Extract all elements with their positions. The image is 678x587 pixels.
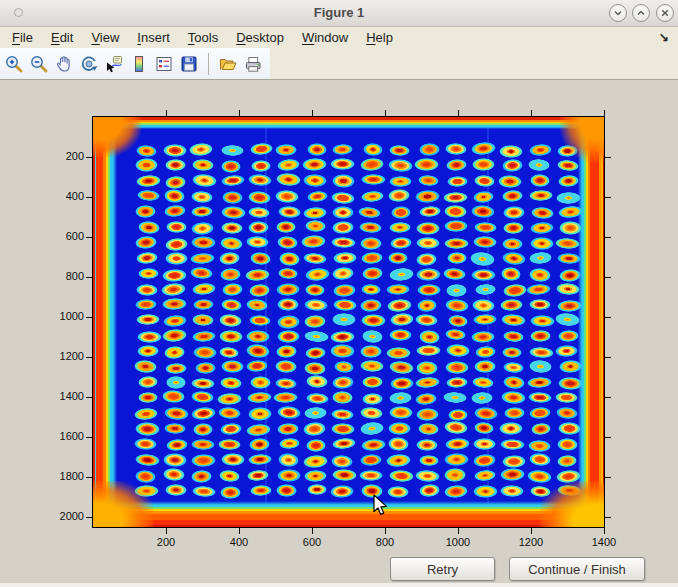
microarray-spot bbox=[388, 252, 408, 264]
menu-view[interactable]: View bbox=[82, 28, 128, 48]
close-icon bbox=[660, 8, 670, 18]
microarray-spot bbox=[221, 174, 246, 187]
microarray-spot bbox=[416, 408, 439, 421]
microarray-spot bbox=[446, 284, 467, 297]
microarray-spot bbox=[389, 329, 412, 341]
microarray-spot bbox=[222, 190, 243, 204]
microarray-spot bbox=[135, 158, 159, 172]
menu-help[interactable]: Help bbox=[357, 28, 402, 48]
microarray-spot bbox=[502, 158, 523, 172]
microarray-image[interactable] bbox=[92, 116, 605, 528]
microarray-spot bbox=[472, 190, 494, 204]
microarray-spot bbox=[137, 220, 160, 235]
microarray-spot bbox=[191, 206, 214, 218]
microarray-spot bbox=[361, 174, 386, 185]
microarray-spot bbox=[218, 439, 241, 450]
microarray-spot bbox=[474, 221, 497, 233]
microarray-spot bbox=[218, 329, 242, 342]
maximize-button[interactable] bbox=[632, 4, 650, 22]
print-figure-icon[interactable] bbox=[243, 54, 263, 74]
close-button[interactable] bbox=[656, 4, 674, 22]
microarray-spot bbox=[501, 251, 526, 266]
microarray-spot bbox=[303, 173, 327, 187]
microarray-spot bbox=[331, 375, 354, 390]
microarray-spot bbox=[331, 313, 355, 326]
zoom-in-icon[interactable] bbox=[4, 54, 24, 74]
microarray-spot bbox=[388, 158, 414, 173]
menu-file[interactable]: File bbox=[3, 28, 42, 48]
microarray-spot bbox=[360, 190, 384, 203]
microarray-spot bbox=[502, 346, 522, 357]
menu-insert[interactable]: Insert bbox=[128, 28, 179, 48]
y-tick bbox=[86, 357, 92, 358]
microarray-spot bbox=[304, 267, 330, 282]
open-file-icon[interactable] bbox=[218, 54, 238, 74]
microarray-spot bbox=[164, 175, 186, 190]
microarray-spot bbox=[189, 252, 214, 265]
plate-edge-top bbox=[93, 117, 604, 129]
microarray-spot bbox=[500, 468, 526, 482]
microarray-spot bbox=[276, 405, 301, 420]
pan-hand-icon[interactable] bbox=[54, 54, 74, 74]
plate-corner-tr bbox=[560, 117, 604, 163]
continue-finish-button[interactable]: Continue / Finish bbox=[509, 557, 645, 581]
microarray-spot bbox=[555, 283, 579, 296]
microarray-spot bbox=[277, 423, 300, 436]
microarray-spot bbox=[526, 376, 552, 388]
window-title: Figure 1 bbox=[0, 5, 678, 20]
dock-figure-icon[interactable]: ↘ bbox=[659, 30, 669, 44]
microarray-spot bbox=[389, 377, 414, 391]
minimize-button[interactable] bbox=[609, 4, 627, 22]
titlebar[interactable]: Figure 1 bbox=[0, 0, 678, 27]
microarray-spot bbox=[220, 452, 244, 465]
microarray-spot bbox=[471, 331, 495, 343]
microarray-spot bbox=[555, 391, 578, 403]
microarray-spot bbox=[163, 144, 187, 157]
microarray-spot bbox=[333, 360, 354, 374]
microarray-spot bbox=[276, 484, 297, 498]
microarray-spot bbox=[277, 158, 301, 172]
microarray-spot bbox=[137, 189, 161, 202]
microarray-spot bbox=[500, 439, 525, 451]
microarray-spot bbox=[136, 283, 158, 295]
microarray-spot bbox=[332, 206, 354, 219]
microarray-spot bbox=[163, 406, 189, 421]
microarray-spot bbox=[134, 235, 156, 249]
microarray-spot bbox=[162, 298, 187, 311]
menu-edit[interactable]: Edit bbox=[42, 28, 82, 48]
microarray-spot bbox=[529, 346, 554, 359]
microarray-spot bbox=[442, 267, 466, 280]
microarray-spot bbox=[415, 313, 439, 327]
menu-window[interactable]: Window bbox=[293, 28, 357, 48]
insert-legend-icon[interactable] bbox=[154, 54, 174, 74]
microarray-spot bbox=[275, 190, 300, 205]
microarray-spot bbox=[445, 344, 470, 358]
menu-desktop[interactable]: Desktop bbox=[227, 28, 293, 48]
y-tick-right bbox=[605, 477, 611, 478]
microarray-spot bbox=[303, 454, 329, 468]
microarray-spot bbox=[416, 252, 438, 267]
microarray-spot bbox=[474, 360, 496, 373]
x-tick bbox=[166, 528, 167, 534]
x-tick-top bbox=[531, 110, 532, 116]
microarray-spot bbox=[419, 143, 440, 157]
save-figure-icon[interactable] bbox=[179, 54, 199, 74]
retry-button[interactable]: Retry bbox=[390, 557, 495, 581]
microarray-spot bbox=[444, 437, 470, 451]
colorbar-icon[interactable] bbox=[129, 54, 149, 74]
rotate-3d-icon[interactable] bbox=[79, 54, 99, 74]
plate-corner-br bbox=[540, 481, 604, 527]
microarray-spot bbox=[136, 174, 162, 188]
microarray-spot bbox=[530, 237, 554, 250]
microarray-spot bbox=[387, 485, 409, 498]
microarray-spot bbox=[445, 329, 467, 342]
y-tick-label: 1000 bbox=[38, 310, 84, 323]
zoom-out-icon[interactable] bbox=[29, 54, 49, 74]
microarray-spot bbox=[304, 470, 327, 483]
microarray-spot bbox=[162, 268, 188, 282]
y-tick-right bbox=[605, 517, 611, 518]
y-tick-right bbox=[605, 277, 611, 278]
microarray-spot bbox=[219, 267, 241, 281]
data-cursor-icon[interactable] bbox=[104, 54, 124, 74]
menu-tools[interactable]: Tools bbox=[179, 28, 227, 48]
